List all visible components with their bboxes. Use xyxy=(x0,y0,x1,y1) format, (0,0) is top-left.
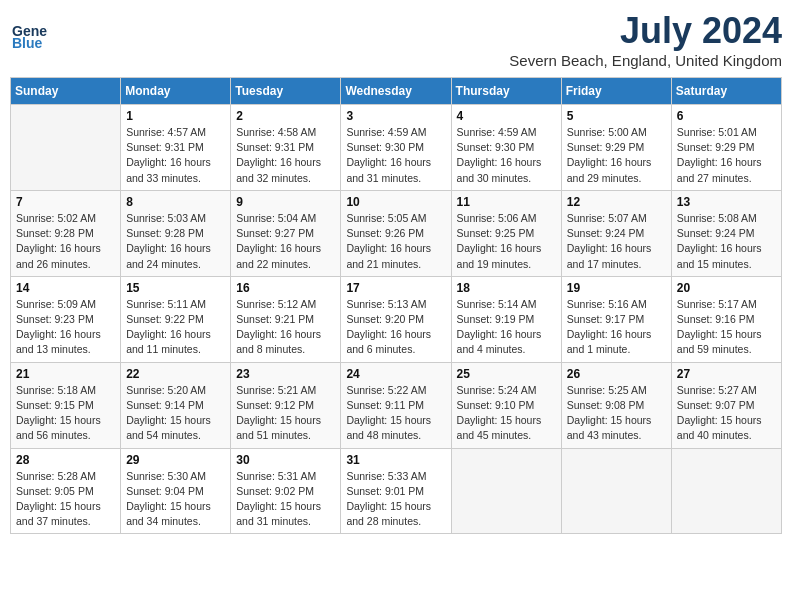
day-detail: Sunrise: 4:59 AM Sunset: 9:30 PM Dayligh… xyxy=(457,125,556,186)
calendar-cell: 11Sunrise: 5:06 AM Sunset: 9:25 PM Dayli… xyxy=(451,190,561,276)
day-detail: Sunrise: 4:58 AM Sunset: 9:31 PM Dayligh… xyxy=(236,125,335,186)
day-number: 13 xyxy=(677,195,776,209)
day-number: 17 xyxy=(346,281,445,295)
day-number: 21 xyxy=(16,367,115,381)
day-number: 3 xyxy=(346,109,445,123)
calendar-week-row: 7Sunrise: 5:02 AM Sunset: 9:28 PM Daylig… xyxy=(11,190,782,276)
day-detail: Sunrise: 4:59 AM Sunset: 9:30 PM Dayligh… xyxy=(346,125,445,186)
logo-icon: General Blue xyxy=(10,14,48,52)
calendar-cell: 9Sunrise: 5:04 AM Sunset: 9:27 PM Daylig… xyxy=(231,190,341,276)
day-number: 26 xyxy=(567,367,666,381)
calendar-cell: 3Sunrise: 4:59 AM Sunset: 9:30 PM Daylig… xyxy=(341,105,451,191)
calendar-cell: 2Sunrise: 4:58 AM Sunset: 9:31 PM Daylig… xyxy=(231,105,341,191)
calendar-cell: 6Sunrise: 5:01 AM Sunset: 9:29 PM Daylig… xyxy=(671,105,781,191)
day-number: 30 xyxy=(236,453,335,467)
day-of-week-header: Thursday xyxy=(451,78,561,105)
svg-text:Blue: Blue xyxy=(12,35,43,51)
calendar-cell: 22Sunrise: 5:20 AM Sunset: 9:14 PM Dayli… xyxy=(121,362,231,448)
day-number: 4 xyxy=(457,109,556,123)
day-number: 22 xyxy=(126,367,225,381)
calendar-cell xyxy=(671,448,781,534)
day-number: 11 xyxy=(457,195,556,209)
calendar-cell: 15Sunrise: 5:11 AM Sunset: 9:22 PM Dayli… xyxy=(121,276,231,362)
day-detail: Sunrise: 5:03 AM Sunset: 9:28 PM Dayligh… xyxy=(126,211,225,272)
day-detail: Sunrise: 5:18 AM Sunset: 9:15 PM Dayligh… xyxy=(16,383,115,444)
calendar-cell: 27Sunrise: 5:27 AM Sunset: 9:07 PM Dayli… xyxy=(671,362,781,448)
day-of-week-header: Friday xyxy=(561,78,671,105)
day-detail: Sunrise: 5:25 AM Sunset: 9:08 PM Dayligh… xyxy=(567,383,666,444)
calendar-cell xyxy=(451,448,561,534)
day-detail: Sunrise: 5:24 AM Sunset: 9:10 PM Dayligh… xyxy=(457,383,556,444)
calendar-cell: 29Sunrise: 5:30 AM Sunset: 9:04 PM Dayli… xyxy=(121,448,231,534)
calendar-cell: 21Sunrise: 5:18 AM Sunset: 9:15 PM Dayli… xyxy=(11,362,121,448)
day-detail: Sunrise: 5:08 AM Sunset: 9:24 PM Dayligh… xyxy=(677,211,776,272)
day-number: 7 xyxy=(16,195,115,209)
day-detail: Sunrise: 5:13 AM Sunset: 9:20 PM Dayligh… xyxy=(346,297,445,358)
day-number: 12 xyxy=(567,195,666,209)
day-number: 14 xyxy=(16,281,115,295)
day-number: 19 xyxy=(567,281,666,295)
calendar-cell: 5Sunrise: 5:00 AM Sunset: 9:29 PM Daylig… xyxy=(561,105,671,191)
title-block: July 2024 Severn Beach, England, United … xyxy=(509,10,782,69)
day-detail: Sunrise: 5:33 AM Sunset: 9:01 PM Dayligh… xyxy=(346,469,445,530)
day-number: 24 xyxy=(346,367,445,381)
day-number: 15 xyxy=(126,281,225,295)
day-detail: Sunrise: 5:16 AM Sunset: 9:17 PM Dayligh… xyxy=(567,297,666,358)
day-detail: Sunrise: 4:57 AM Sunset: 9:31 PM Dayligh… xyxy=(126,125,225,186)
day-of-week-header: Sunday xyxy=(11,78,121,105)
day-number: 31 xyxy=(346,453,445,467)
day-number: 27 xyxy=(677,367,776,381)
calendar-cell: 23Sunrise: 5:21 AM Sunset: 9:12 PM Dayli… xyxy=(231,362,341,448)
day-number: 16 xyxy=(236,281,335,295)
day-detail: Sunrise: 5:01 AM Sunset: 9:29 PM Dayligh… xyxy=(677,125,776,186)
day-number: 25 xyxy=(457,367,556,381)
day-number: 23 xyxy=(236,367,335,381)
day-detail: Sunrise: 5:09 AM Sunset: 9:23 PM Dayligh… xyxy=(16,297,115,358)
calendar-cell: 24Sunrise: 5:22 AM Sunset: 9:11 PM Dayli… xyxy=(341,362,451,448)
day-detail: Sunrise: 5:20 AM Sunset: 9:14 PM Dayligh… xyxy=(126,383,225,444)
calendar-week-row: 1Sunrise: 4:57 AM Sunset: 9:31 PM Daylig… xyxy=(11,105,782,191)
calendar-cell: 1Sunrise: 4:57 AM Sunset: 9:31 PM Daylig… xyxy=(121,105,231,191)
day-number: 8 xyxy=(126,195,225,209)
calendar-cell: 13Sunrise: 5:08 AM Sunset: 9:24 PM Dayli… xyxy=(671,190,781,276)
calendar-cell: 19Sunrise: 5:16 AM Sunset: 9:17 PM Dayli… xyxy=(561,276,671,362)
day-detail: Sunrise: 5:27 AM Sunset: 9:07 PM Dayligh… xyxy=(677,383,776,444)
day-detail: Sunrise: 5:30 AM Sunset: 9:04 PM Dayligh… xyxy=(126,469,225,530)
day-detail: Sunrise: 5:14 AM Sunset: 9:19 PM Dayligh… xyxy=(457,297,556,358)
day-number: 20 xyxy=(677,281,776,295)
calendar-cell xyxy=(11,105,121,191)
day-detail: Sunrise: 5:00 AM Sunset: 9:29 PM Dayligh… xyxy=(567,125,666,186)
day-detail: Sunrise: 5:06 AM Sunset: 9:25 PM Dayligh… xyxy=(457,211,556,272)
day-detail: Sunrise: 5:22 AM Sunset: 9:11 PM Dayligh… xyxy=(346,383,445,444)
day-number: 2 xyxy=(236,109,335,123)
day-of-week-header: Saturday xyxy=(671,78,781,105)
day-number: 1 xyxy=(126,109,225,123)
calendar-cell: 7Sunrise: 5:02 AM Sunset: 9:28 PM Daylig… xyxy=(11,190,121,276)
calendar-cell xyxy=(561,448,671,534)
calendar-cell: 28Sunrise: 5:28 AM Sunset: 9:05 PM Dayli… xyxy=(11,448,121,534)
day-detail: Sunrise: 5:31 AM Sunset: 9:02 PM Dayligh… xyxy=(236,469,335,530)
calendar-cell: 8Sunrise: 5:03 AM Sunset: 9:28 PM Daylig… xyxy=(121,190,231,276)
calendar-cell: 16Sunrise: 5:12 AM Sunset: 9:21 PM Dayli… xyxy=(231,276,341,362)
day-detail: Sunrise: 5:05 AM Sunset: 9:26 PM Dayligh… xyxy=(346,211,445,272)
day-of-week-header: Wednesday xyxy=(341,78,451,105)
calendar-cell: 26Sunrise: 5:25 AM Sunset: 9:08 PM Dayli… xyxy=(561,362,671,448)
calendar-week-row: 14Sunrise: 5:09 AM Sunset: 9:23 PM Dayli… xyxy=(11,276,782,362)
calendar-cell: 17Sunrise: 5:13 AM Sunset: 9:20 PM Dayli… xyxy=(341,276,451,362)
day-detail: Sunrise: 5:04 AM Sunset: 9:27 PM Dayligh… xyxy=(236,211,335,272)
day-of-week-header: Monday xyxy=(121,78,231,105)
calendar-cell: 18Sunrise: 5:14 AM Sunset: 9:19 PM Dayli… xyxy=(451,276,561,362)
day-of-week-header: Tuesday xyxy=(231,78,341,105)
day-detail: Sunrise: 5:11 AM Sunset: 9:22 PM Dayligh… xyxy=(126,297,225,358)
calendar-cell: 4Sunrise: 4:59 AM Sunset: 9:30 PM Daylig… xyxy=(451,105,561,191)
day-number: 29 xyxy=(126,453,225,467)
calendar-cell: 30Sunrise: 5:31 AM Sunset: 9:02 PM Dayli… xyxy=(231,448,341,534)
logo: General Blue xyxy=(10,14,52,52)
calendar-cell: 14Sunrise: 5:09 AM Sunset: 9:23 PM Dayli… xyxy=(11,276,121,362)
calendar-table: SundayMondayTuesdayWednesdayThursdayFrid… xyxy=(10,77,782,534)
day-detail: Sunrise: 5:17 AM Sunset: 9:16 PM Dayligh… xyxy=(677,297,776,358)
day-number: 9 xyxy=(236,195,335,209)
calendar-cell: 25Sunrise: 5:24 AM Sunset: 9:10 PM Dayli… xyxy=(451,362,561,448)
day-detail: Sunrise: 5:21 AM Sunset: 9:12 PM Dayligh… xyxy=(236,383,335,444)
calendar-cell: 20Sunrise: 5:17 AM Sunset: 9:16 PM Dayli… xyxy=(671,276,781,362)
